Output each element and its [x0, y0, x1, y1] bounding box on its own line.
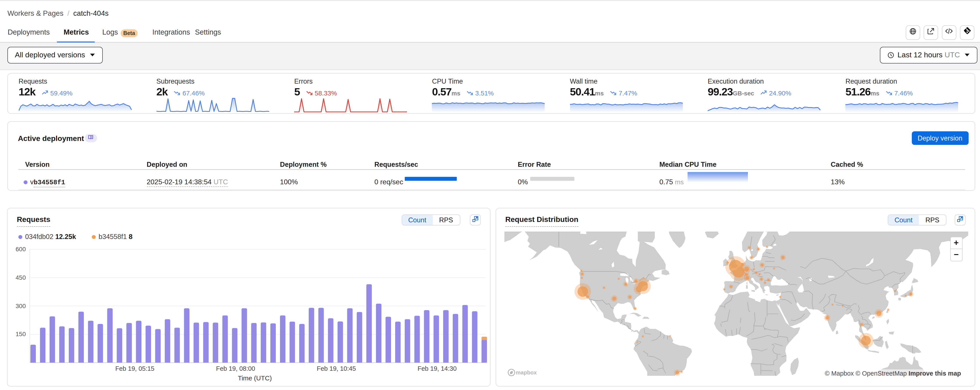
svg-text:mapbox: mapbox — [515, 369, 536, 375]
